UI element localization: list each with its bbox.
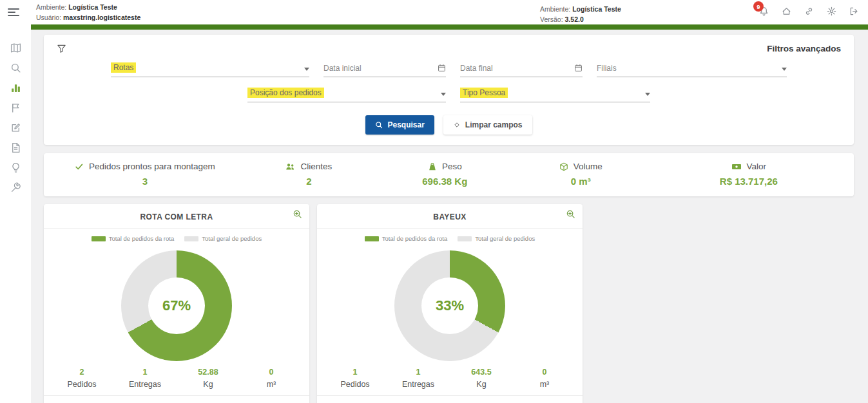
stat-label: Pedidos [50, 380, 113, 389]
calendar-icon [574, 64, 583, 72]
chart-legend: Total de pedidos da rota Total geral de … [44, 235, 309, 242]
gear-icon[interactable] [827, 6, 836, 16]
legend-swatch-green [92, 236, 106, 241]
data-final-input[interactable]: Data final [460, 62, 583, 77]
chevron-down-icon [782, 68, 787, 71]
route-total-value: R$ 1.256,76 [44, 395, 309, 403]
ambiente-label: Ambiente: [36, 3, 66, 11]
document-icon[interactable] [10, 142, 21, 153]
stat-value: 0 [240, 368, 303, 377]
route-card-title: BAYEUX [433, 212, 466, 221]
summary-pedidos-prontos: Pedidos prontos para montagem 3 [49, 162, 241, 187]
zoom-in-icon[interactable] [293, 209, 302, 219]
summary-label: Peso [442, 162, 462, 171]
sidebar [0, 24, 31, 403]
legend-label: Total de pedidos da rota [382, 235, 447, 242]
flag-icon[interactable] [10, 102, 21, 113]
ambiente2-label: Ambiente: [540, 5, 570, 13]
weight-icon [428, 162, 437, 171]
filter-row-2: Posição dos pedidos Tipo Pessoa [57, 88, 841, 102]
data-final-placeholder: Data final [460, 64, 493, 73]
diamond-eraser-icon [453, 121, 461, 129]
stat-label: Pedidos [323, 380, 387, 389]
summary-label: Valor [747, 162, 767, 171]
stat-label: m³ [240, 380, 303, 389]
dashboard-chart-icon[interactable] [10, 82, 21, 93]
advanced-filters-toggle[interactable]: Filtros avançados [767, 44, 841, 53]
stat-value: 2 [50, 368, 113, 377]
stat-label: Entregas [113, 380, 177, 389]
home-icon[interactable] [782, 6, 791, 16]
limpar-campos-button[interactable]: Limpar campos [443, 115, 532, 135]
donut-percent-label: 67% [121, 250, 232, 361]
route-stats: 2Pedidos 1Entregas 52.88Kg 0m³ [44, 366, 309, 395]
legend-label: Total de pedidos da rota [109, 235, 174, 242]
donut-chart: 67% [121, 250, 232, 361]
posicao-pedidos-label: Posição dos pedidos [247, 88, 324, 98]
menu-toggle-icon[interactable] [8, 6, 19, 18]
filiais-select[interactable]: Filiais [597, 62, 787, 77]
legend-label: Total geral de pedidos [202, 235, 262, 242]
stat-label: Kg [450, 380, 513, 389]
filter-funnel-icon[interactable] [57, 44, 66, 53]
stat-value: 1 [387, 368, 450, 377]
route-card-title: ROTA COM LETRA [140, 212, 213, 221]
data-inicial-input[interactable]: Data inicial [323, 62, 446, 77]
chevron-down-icon [304, 68, 309, 71]
limpar-campos-button-label: Limpar campos [465, 120, 523, 129]
route-stats: 1Pedidos 1Entregas 643.5Kg 0m³ [317, 366, 583, 395]
summary-clientes: Clientes 2 [241, 162, 377, 187]
search-icon[interactable] [10, 62, 21, 73]
calendar-icon [438, 64, 446, 72]
posicao-pedidos-select[interactable]: Posição dos pedidos [247, 88, 446, 102]
route-charts-row: ROTA COM LETRA Total de pedidos da rota … [44, 204, 854, 403]
ambiente2-value: Logística Teste [572, 5, 621, 13]
link-icon[interactable] [804, 6, 814, 16]
data-inicial-placeholder: Data inicial [323, 64, 362, 73]
stat-value: 0 [513, 368, 576, 377]
summary-valor: Valor R$ 13.717,26 [649, 162, 849, 187]
summary-value: 2 [241, 176, 377, 187]
usuario-value: maxstring.logisticateste [63, 14, 140, 21]
clients-icon [285, 162, 295, 171]
summary-value: R$ 13.717,26 [649, 176, 849, 187]
map-icon[interactable] [10, 42, 21, 53]
filter-row-1: Rotas Data inicial Data final [57, 62, 841, 77]
lightbulb-icon[interactable] [10, 162, 21, 173]
environment-info: Ambiente: Logística Teste Usuário: maxst… [36, 2, 140, 23]
tipo-pessoa-label: Tipo Pessoa [460, 88, 508, 98]
legend-swatch-gray [458, 236, 472, 241]
check-icon [75, 162, 84, 171]
chevron-down-icon [441, 93, 446, 96]
zoom-in-icon[interactable] [566, 209, 575, 219]
summary-value: 0 m³ [513, 176, 649, 187]
environment-version-info: Ambiente: Logística Teste Versão: 3.52.0 [540, 4, 621, 25]
bell-icon[interactable]: 9 [759, 6, 769, 16]
versao-value: 3.52.0 [565, 15, 584, 23]
logout-icon[interactable] [849, 6, 859, 16]
route-total-value: R$ 12.460,50 [317, 395, 583, 403]
versao-label: Versão: [540, 15, 563, 23]
money-icon [731, 162, 742, 171]
stat-label: Entregas [387, 380, 450, 389]
filiais-label: Filiais [597, 64, 617, 73]
rotas-select[interactable]: Rotas [111, 62, 309, 77]
legend-label: Total geral de pedidos [475, 235, 535, 242]
chevron-down-icon [645, 93, 650, 96]
summary-card: Pedidos prontos para montagem 3 Clientes… [44, 153, 854, 196]
top-bar: Ambiente: Logística Teste Usuário: maxst… [0, 0, 868, 24]
edit-icon[interactable] [10, 122, 21, 133]
topbar-icon-group: 9 [759, 6, 859, 16]
summary-label: Volume [574, 162, 603, 171]
pesquisar-button[interactable]: Pesquisar [365, 115, 434, 135]
filters-card: Filtros avançados Rotas Data inicial Dat… [44, 35, 854, 145]
header-accent-bar [31, 24, 868, 30]
tools-icon[interactable] [10, 182, 21, 193]
donut-chart: 33% [394, 250, 505, 361]
summary-value: 3 [49, 176, 241, 187]
main-content: Filtros avançados Rotas Data inicial Dat… [31, 30, 868, 403]
tipo-pessoa-select[interactable]: Tipo Pessoa [460, 88, 650, 102]
stat-value: 643.5 [450, 368, 513, 377]
ambiente-value: Logística Teste [68, 3, 117, 11]
search-icon [375, 121, 383, 129]
